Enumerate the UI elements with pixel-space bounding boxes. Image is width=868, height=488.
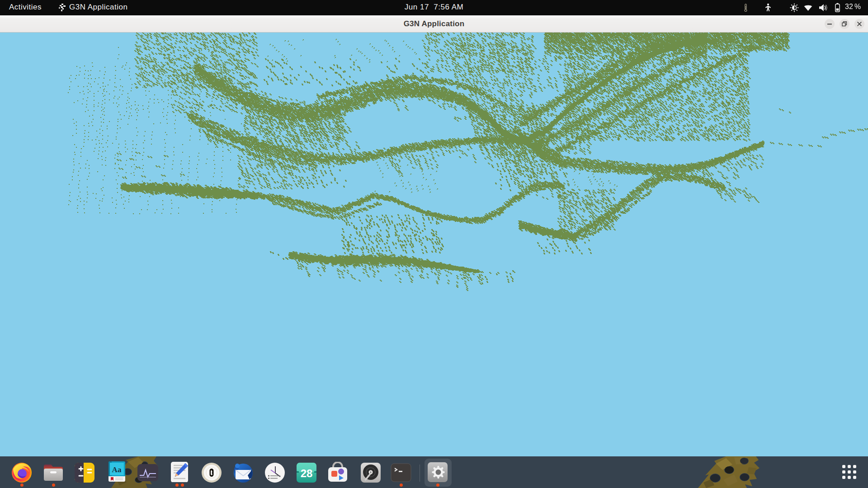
svg-text:Aa: Aa [112,465,122,474]
svg-text:28: 28 [301,467,313,479]
